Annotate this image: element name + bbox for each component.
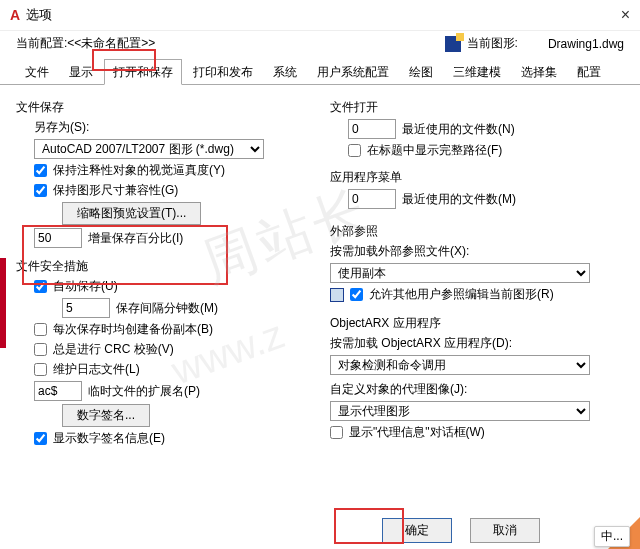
file-open-legend: 文件打开 — [330, 99, 624, 116]
ck-backup-label: 每次保存时均创建备份副本(B) — [53, 321, 213, 338]
ck-log-label: 维护日志文件(L) — [53, 361, 140, 378]
cancel-button[interactable]: 取消 — [470, 518, 540, 543]
profile-label: 当前配置: — [16, 35, 67, 52]
ck-crc[interactable] — [34, 343, 47, 356]
save-as-select[interactable]: AutoCAD 2007/LT2007 图形 (*.dwg) — [34, 139, 264, 159]
ck-annotative-label: 保持注释性对象的视觉逼真度(Y) — [53, 162, 225, 179]
btn-signature[interactable]: 数字签名... — [62, 404, 150, 427]
ck-crc-label: 总是进行 CRC 校验(V) — [53, 341, 174, 358]
arx-load-select[interactable]: 对象检测和命令调用 — [330, 355, 590, 375]
app-menu-legend: 应用程序菜单 — [330, 169, 624, 186]
ck-autosave-label: 自动保存(U) — [53, 278, 118, 295]
ck-autosave[interactable] — [34, 280, 47, 293]
ime-badge-text[interactable]: 中... — [594, 526, 630, 547]
tab-select[interactable]: 选择集 — [512, 59, 566, 85]
ime-badge: 中... — [560, 519, 640, 549]
tab-display[interactable]: 显示 — [60, 59, 102, 85]
tabs-bar: 文件 显示 打开和保存 打印和发布 系统 用户系统配置 绘图 三维建模 选择集 … — [0, 58, 640, 85]
xref-legend: 外部参照 — [330, 223, 624, 240]
ck-backup[interactable] — [34, 323, 47, 336]
arx-legend: ObjectARX 应用程序 — [330, 315, 624, 332]
drawing-icon — [445, 36, 461, 52]
proxy-img-label: 自定义对象的代理图像(J): — [330, 381, 467, 398]
recent-files-input[interactable] — [348, 119, 396, 139]
profile-value: <<未命名配置>> — [67, 35, 155, 52]
ck-show-sig[interactable] — [34, 432, 47, 445]
ck-proxy-dlg[interactable] — [330, 426, 343, 439]
proxy-img-select[interactable]: 显示代理图形 — [330, 401, 590, 421]
left-accent-bar — [0, 258, 6, 348]
ck-annotative[interactable] — [34, 164, 47, 177]
appmenu-recent-label: 最近使用的文件数(M) — [402, 191, 516, 208]
recent-files-label: 最近使用的文件数(N) — [402, 121, 515, 138]
inc-save-input[interactable] — [34, 228, 82, 248]
app-icon: A — [10, 7, 20, 23]
ck-allow-edit-label: 允许其他用户参照编辑当前图形(R) — [369, 286, 554, 303]
save-as-label: 另存为(S): — [34, 119, 89, 136]
xref-icon — [330, 288, 344, 302]
tab-open-save[interactable]: 打开和保存 — [104, 59, 182, 85]
autosave-interval-input[interactable] — [62, 298, 110, 318]
drawing-value: Drawing1.dwg — [548, 37, 624, 51]
autosave-interval-label: 保存间隔分钟数(M) — [116, 300, 218, 317]
ck-fullpath[interactable] — [348, 144, 361, 157]
tab-print[interactable]: 打印和发布 — [184, 59, 262, 85]
drawing-label: 当前图形: — [467, 35, 518, 52]
ck-drawing-size-label: 保持图形尺寸兼容性(G) — [53, 182, 178, 199]
inc-save-label: 增量保存百分比(I) — [88, 230, 183, 247]
xref-load-label: 按需加载外部参照文件(X): — [330, 243, 469, 260]
tab-system[interactable]: 系统 — [264, 59, 306, 85]
arx-load-label: 按需加载 ObjectARX 应用程序(D): — [330, 335, 512, 352]
ok-button[interactable]: 确定 — [382, 518, 452, 543]
close-icon[interactable]: × — [621, 6, 630, 24]
ck-show-sig-label: 显示数字签名信息(E) — [53, 430, 165, 447]
dialog-title: 选项 — [26, 6, 52, 24]
tab-userconfig[interactable]: 用户系统配置 — [308, 59, 398, 85]
ck-log[interactable] — [34, 363, 47, 376]
btn-thumbnail[interactable]: 缩略图预览设置(T)... — [62, 202, 201, 225]
temp-ext-input[interactable] — [34, 381, 82, 401]
ck-fullpath-label: 在标题中显示完整路径(F) — [367, 142, 502, 159]
appmenu-recent-input[interactable] — [348, 189, 396, 209]
temp-ext-label: 临时文件的扩展名(P) — [88, 383, 200, 400]
tab-draw[interactable]: 绘图 — [400, 59, 442, 85]
ck-drawing-size[interactable] — [34, 184, 47, 197]
ck-allow-edit[interactable] — [350, 288, 363, 301]
ck-proxy-dlg-label: 显示"代理信息"对话框(W) — [349, 424, 485, 441]
safety-legend: 文件安全措施 — [16, 258, 310, 275]
xref-load-select[interactable]: 使用副本 — [330, 263, 590, 283]
tab-profiles[interactable]: 配置 — [568, 59, 610, 85]
tab-3d[interactable]: 三维建模 — [444, 59, 510, 85]
file-save-legend: 文件保存 — [16, 99, 310, 116]
tab-file[interactable]: 文件 — [16, 59, 58, 85]
